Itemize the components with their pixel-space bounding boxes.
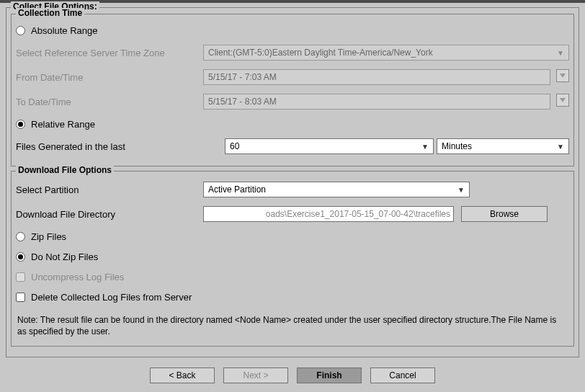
timezone-row: Select Reference Server Time Zone Client… xyxy=(16,42,569,63)
finish-button[interactable]: Finish xyxy=(297,368,362,383)
collection-time-group: Collection Time Absolute Range Select Re… xyxy=(11,14,574,166)
relative-range-label: Relative Range xyxy=(31,119,95,130)
main-panel: Collect File Options: Collection Time Ab… xyxy=(0,3,585,386)
no-zip-files-radio[interactable] xyxy=(16,252,25,262)
collection-time-legend: Collection Time xyxy=(16,8,84,18)
delete-label: Delete Collected Log Files from Server xyxy=(31,292,192,303)
from-date-input: 5/15/17 - 7:03 AM xyxy=(203,69,550,85)
from-date-row: From Date/Time 5/15/17 - 7:03 AM xyxy=(16,66,569,88)
uncompress-row: Uncompress Log Files xyxy=(16,268,569,285)
delete-row: Delete Collected Log Files from Server xyxy=(16,288,569,306)
partition-label: Select Partition xyxy=(16,184,203,195)
to-date-label: To Date/Time xyxy=(16,97,203,107)
relative-range-row: Relative Range xyxy=(16,115,569,133)
partition-row: Select Partition Active Partition ▼ xyxy=(16,179,569,200)
partition-select[interactable]: Active Partition ▼ xyxy=(203,182,470,197)
uncompress-checkbox xyxy=(16,272,25,282)
directory-input[interactable]: oads\Exercise1_2017-05-15_07-00-42\trace… xyxy=(203,206,454,222)
cancel-button[interactable]: Cancel xyxy=(370,368,435,383)
generated-last-label: Files Generated in the last xyxy=(16,141,225,152)
note-text: Note: The result file can be found in th… xyxy=(16,308,569,340)
generated-value: 60 xyxy=(230,141,239,151)
zip-files-label: Zip Files xyxy=(31,231,66,242)
chevron-down-icon xyxy=(560,98,566,102)
back-button[interactable]: < Back xyxy=(150,368,215,383)
absolute-range-radio[interactable] xyxy=(16,26,25,35)
directory-row: Download File Directory oads\Exercise1_2… xyxy=(16,203,569,225)
to-date-value: 5/15/17 - 8:03 AM xyxy=(208,97,277,107)
from-date-label: From Date/Time xyxy=(16,72,203,83)
next-button: Next > xyxy=(223,368,288,383)
zip-files-row: Zip Files xyxy=(16,228,569,245)
generated-value-select[interactable]: 60 ▼ xyxy=(225,138,434,154)
no-zip-files-row: Do Not Zip Files xyxy=(16,248,569,265)
generated-unit-select[interactable]: Minutes ▼ xyxy=(437,138,569,154)
from-date-picker-button xyxy=(556,69,569,82)
to-date-input: 5/15/17 - 8:03 AM xyxy=(203,94,550,110)
delete-checkbox[interactable] xyxy=(16,293,25,302)
to-date-row: To Date/Time 5/15/17 - 8:03 AM xyxy=(16,91,569,112)
collect-file-options-group: Collect File Options: Collection Time Ab… xyxy=(6,7,579,357)
relative-range-radio[interactable] xyxy=(16,120,25,129)
to-date-picker-button xyxy=(556,94,569,107)
no-zip-files-label: Do Not Zip Files xyxy=(31,251,98,262)
timezone-value: Client:(GMT-5:0)Eastern Daylight Time-Am… xyxy=(208,48,433,58)
zip-files-radio[interactable] xyxy=(16,232,25,241)
timezone-label: Select Reference Server Time Zone xyxy=(16,48,203,58)
chevron-down-icon: ▼ xyxy=(557,49,566,57)
chevron-down-icon: ▼ xyxy=(457,186,466,194)
timezone-select: Client:(GMT-5:0)Eastern Daylight Time-Am… xyxy=(203,45,569,61)
absolute-range-row: Absolute Range xyxy=(16,22,569,39)
from-date-value: 5/15/17 - 7:03 AM xyxy=(208,72,277,82)
generated-unit: Minutes xyxy=(442,141,472,151)
chevron-down-icon xyxy=(560,74,566,78)
download-file-options-group: Download File Options Select Partition A… xyxy=(11,171,574,347)
partition-value: Active Partition xyxy=(208,184,266,195)
wizard-footer: < Back Next > Finish Cancel xyxy=(6,362,579,386)
absolute-range-label: Absolute Range xyxy=(31,25,98,36)
chevron-down-icon: ▼ xyxy=(557,143,566,151)
download-file-options-legend: Download File Options xyxy=(16,165,114,175)
browse-button[interactable]: Browse xyxy=(461,206,548,222)
uncompress-label: Uncompress Log Files xyxy=(31,272,124,282)
directory-label: Download File Directory xyxy=(16,209,203,220)
directory-value: oads\Exercise1_2017-05-15_07-00-42\trace… xyxy=(266,209,450,219)
generated-last-row: Files Generated in the last 60 ▼ Minutes… xyxy=(16,135,569,157)
chevron-down-icon: ▼ xyxy=(421,143,430,151)
